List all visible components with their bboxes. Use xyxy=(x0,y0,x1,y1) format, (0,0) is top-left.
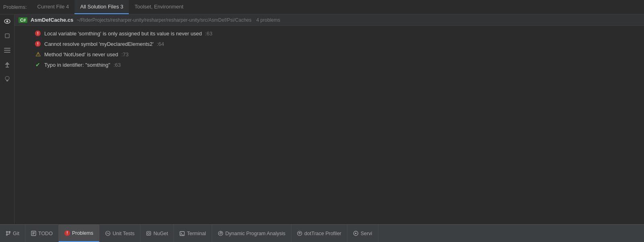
problem-line: :64 xyxy=(157,41,164,47)
svg-point-20 xyxy=(148,232,150,234)
svg-marker-29 xyxy=(355,233,357,234)
svg-point-13 xyxy=(6,234,8,236)
cs-badge: C# xyxy=(19,17,27,23)
problem-line: :73 xyxy=(121,51,128,57)
tab-current-file-label: Current File 4 xyxy=(37,4,69,10)
main-area: C# AsmDefCache.cs ~/RiderProjects/reshar… xyxy=(0,14,644,224)
tab-all-solution[interactable]: All Solution Files 3 xyxy=(74,0,129,14)
problem-text: Cannot resolve symbol 'myDeclaredElement… xyxy=(44,41,154,47)
svg-rect-10 xyxy=(6,81,8,82)
servi-icon xyxy=(353,231,359,236)
status-git[interactable]: Git xyxy=(0,225,25,242)
svg-line-26 xyxy=(221,232,222,233)
svg-rect-4 xyxy=(4,50,10,51)
unit-tests-label: Unit Tests xyxy=(113,231,135,236)
problem-item[interactable]: ! Cannot resolve symbol 'myDeclaredEleme… xyxy=(14,39,644,49)
problem-line: :63 xyxy=(114,62,121,68)
file-problems-count: 4 problems xyxy=(256,17,280,23)
git-label: Git xyxy=(13,231,19,236)
status-dottrace[interactable]: dotTrace Profiler xyxy=(291,225,347,242)
svg-rect-3 xyxy=(4,48,10,49)
nuget-label: NuGet xyxy=(153,231,168,236)
tab-toolset-label: Toolset, Environment xyxy=(134,4,183,10)
suggestion-icon: ✔ xyxy=(35,62,41,68)
file-path: ~/RiderProjects/resharper-unity/resharpe… xyxy=(76,17,252,23)
tab-current-file[interactable]: Current File 4 xyxy=(32,0,75,14)
svg-marker-6 xyxy=(5,62,10,65)
filter-up-icon[interactable] xyxy=(3,60,12,69)
unit-tests-icon xyxy=(105,231,111,236)
dottrace-icon xyxy=(297,231,302,236)
left-sidebar xyxy=(0,14,14,224)
bulb-icon[interactable] xyxy=(3,75,12,84)
status-nuget[interactable]: NuGet xyxy=(140,225,174,242)
top-tab-bar: Problems: Current File 4 All Solution Fi… xyxy=(0,0,644,14)
dynamic-analysis-label: Dynamic Program Analysis xyxy=(225,231,285,236)
error-icon: ! xyxy=(35,41,41,47)
problems-label: Problems: xyxy=(3,4,27,10)
todo-icon xyxy=(31,231,36,236)
problems-status-icon: ! xyxy=(64,230,70,236)
dottrace-label: dotTrace Profiler xyxy=(304,231,341,236)
tab-all-solution-label: All Solution Files 3 xyxy=(80,4,123,10)
file-header[interactable]: C# AsmDefCache.cs ~/RiderProjects/reshar… xyxy=(14,14,644,26)
eye-icon[interactable] xyxy=(3,17,12,26)
warning-icon: ⚠ xyxy=(35,51,41,57)
file-name: AsmDefCache.cs xyxy=(31,17,73,23)
status-unit-tests[interactable]: Unit Tests xyxy=(99,225,141,242)
servi-label: Servi xyxy=(361,231,372,236)
problem-text: Typo in identifier: "somthing" xyxy=(44,62,110,68)
terminal-icon xyxy=(180,231,185,236)
problem-item[interactable]: ✔ Typo in identifier: "somthing" :63 xyxy=(14,59,644,70)
git-icon xyxy=(6,231,11,236)
error-icon: ! xyxy=(35,30,41,37)
status-terminal[interactable]: Terminal xyxy=(174,225,212,242)
problem-item[interactable]: ⚠ Method 'NotUsed' is never used :73 xyxy=(14,49,644,59)
problem-item[interactable]: ! Local variable 'somthing' is only assi… xyxy=(14,28,644,39)
svg-rect-8 xyxy=(6,67,9,68)
todo-label: TODO xyxy=(38,231,53,236)
status-bar: Git TODO ! Problems Unit Tests xyxy=(0,224,644,242)
status-problems[interactable]: ! Problems xyxy=(59,225,99,242)
problem-line: :63 xyxy=(205,31,213,37)
svg-point-11 xyxy=(6,232,8,233)
svg-rect-2 xyxy=(5,34,9,38)
svg-point-1 xyxy=(6,21,8,23)
status-todo[interactable]: TODO xyxy=(25,225,59,242)
problems-status-label: Problems xyxy=(72,230,93,236)
problems-list: ! Local variable 'somthing' is only assi… xyxy=(14,26,644,72)
problem-text: Method 'NotUsed' is never used xyxy=(44,51,118,57)
tab-toolset[interactable]: Toolset, Environment xyxy=(129,0,189,14)
problems-content: C# AsmDefCache.cs ~/RiderProjects/reshar… xyxy=(14,14,644,224)
status-servi[interactable]: Servi xyxy=(347,225,378,242)
dynamic-analysis-icon xyxy=(218,231,223,236)
status-dynamic-analysis[interactable]: Dynamic Program Analysis xyxy=(212,225,291,242)
svg-rect-19 xyxy=(147,232,151,236)
lines-icon[interactable] xyxy=(3,46,12,55)
nuget-icon xyxy=(146,231,151,236)
terminal-label: Terminal xyxy=(187,231,206,236)
square-icon[interactable] xyxy=(3,31,12,40)
problem-text: Local variable 'somthing' is only assign… xyxy=(44,31,202,37)
svg-rect-5 xyxy=(4,52,10,53)
svg-rect-9 xyxy=(6,80,8,81)
